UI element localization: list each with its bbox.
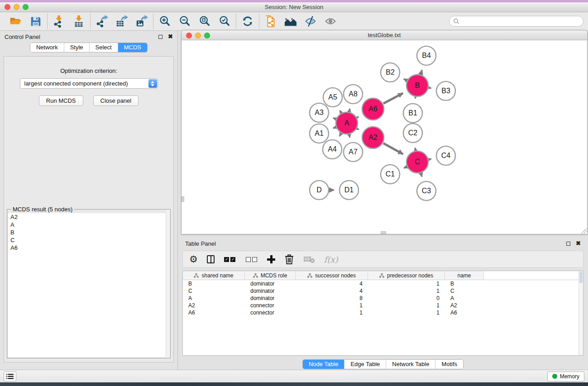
zoom-out-icon[interactable] — [178, 14, 191, 28]
table-row[interactable]: Adominator80A — [183, 295, 583, 302]
table-scrollbar[interactable] — [578, 271, 583, 355]
graph-node-A1[interactable]: A1 — [310, 124, 329, 143]
close-panel-button[interactable]: Close panel — [93, 95, 139, 106]
graph-node-A7[interactable]: A7 — [344, 143, 363, 162]
zoom-in-icon[interactable] — [158, 14, 172, 28]
graph-node-B3[interactable]: B3 — [436, 81, 455, 100]
mcds-result-list[interactable]: A2ABCA6 — [8, 213, 169, 357]
graph-edge-A-A5[interactable] — [340, 110, 341, 113]
graph-node-C3[interactable]: C3 — [417, 181, 436, 200]
refresh-icon[interactable] — [241, 14, 254, 28]
delete-column-icon[interactable] — [284, 253, 294, 265]
import-table-icon[interactable] — [72, 14, 86, 28]
graph-node-B1[interactable]: B1 — [403, 104, 422, 123]
column-header-shared-name[interactable]: shared name — [183, 271, 245, 280]
graph-node-C4[interactable]: C4 — [436, 146, 455, 165]
close-table-panel-icon[interactable]: ✖ — [576, 241, 581, 246]
graph-edge-A-A1[interactable] — [333, 127, 336, 128]
result-item-b[interactable]: B — [8, 229, 169, 236]
export-image-icon[interactable] — [135, 14, 148, 28]
graph-node-A5[interactable]: A5 — [323, 88, 342, 107]
graph-node-A4[interactable]: A4 — [323, 140, 342, 159]
table-row[interactable]: A6connector11A6 — [183, 309, 583, 316]
result-item-c[interactable]: C — [8, 236, 169, 244]
export-network-icon[interactable] — [95, 14, 109, 28]
criterion-select[interactable]: largest connected component (directed) — [20, 78, 158, 89]
table-row[interactable]: A2connector11A2 — [183, 302, 583, 309]
graph-edge-A-A6[interactable] — [357, 117, 359, 118]
run-mcds-button[interactable]: Run MCDS — [39, 95, 83, 106]
window-resize-handle[interactable] — [581, 228, 587, 234]
graph-edge-B-B2[interactable] — [404, 79, 407, 80]
tab-network[interactable]: Network — [30, 43, 64, 52]
result-scrollbar[interactable] — [166, 210, 170, 358]
canvas-bottom-handle[interactable] — [381, 231, 386, 234]
select-all-rows-icon[interactable]: ✓✓ — [224, 253, 236, 265]
float-panel-icon[interactable] — [158, 35, 163, 39]
graph-node-B[interactable]: B — [406, 75, 428, 96]
graph-edge-C-C3[interactable] — [421, 173, 422, 177]
zoom-fit-icon[interactable] — [198, 14, 211, 28]
graph-edge-A6-B[interactable] — [383, 93, 403, 104]
network-canvas[interactable]: A5A8A6A3AA1A2A4A7B4B2BB3B1C2C4CC1C3DD1 — [182, 40, 587, 234]
float-table-panel-icon[interactable] — [566, 242, 570, 246]
graph-node-C[interactable]: C — [406, 151, 428, 173]
add-column-icon[interactable] — [267, 253, 275, 265]
result-item-a6[interactable]: A6 — [8, 244, 169, 252]
export-table-icon[interactable] — [115, 14, 129, 28]
graph-node-C2[interactable]: C2 — [403, 124, 422, 143]
graph-node-A8[interactable]: A8 — [344, 85, 363, 104]
graph-edge-A-A4[interactable] — [339, 133, 341, 136]
tab-mcds[interactable]: MCDS — [118, 43, 147, 52]
memory-button[interactable]: Memory — [547, 372, 584, 381]
graph-node-D[interactable]: D — [310, 181, 329, 200]
canvas-left-handle[interactable] — [182, 196, 184, 202]
search-box[interactable] — [449, 16, 583, 27]
tab-node-table[interactable]: Node Table — [303, 360, 344, 369]
result-item-a[interactable]: A — [8, 221, 169, 229]
graph-edge-C-C1[interactable] — [404, 167, 406, 168]
search-input[interactable] — [459, 18, 579, 24]
graph-node-B2[interactable]: B2 — [381, 63, 400, 82]
open-session-icon[interactable] — [9, 14, 23, 28]
hide-selected-icon[interactable] — [304, 14, 317, 28]
network-file-icon[interactable] — [264, 14, 277, 28]
column-header-successor-nodes[interactable]: successor nodes — [296, 271, 368, 280]
graph-edge-B-B3[interactable] — [429, 88, 431, 88]
tab-style[interactable]: Style — [64, 43, 89, 52]
graph-edge-A-A2[interactable] — [357, 129, 359, 130]
column-header-name[interactable]: name — [445, 271, 484, 280]
table-row[interactable]: Bdominator41B — [183, 280, 583, 287]
column-header-MCDS-role[interactable]: MCDS role — [245, 271, 296, 280]
graph-edge-C-C2[interactable] — [415, 148, 416, 151]
graph-node-A2[interactable]: A2 — [362, 127, 384, 148]
table-row[interactable]: Cdominator41C — [183, 287, 583, 295]
tab-motifs[interactable]: Motifs — [435, 360, 463, 369]
graph-edge-C-C4[interactable] — [429, 159, 431, 159]
import-network-icon[interactable] — [52, 14, 66, 28]
task-history-button[interactable] — [4, 372, 16, 381]
column-header-predecessor-nodes[interactable]: predecessor nodes — [368, 271, 445, 280]
tab-select[interactable]: Select — [89, 43, 118, 52]
tab-network-table[interactable]: Network Table — [386, 360, 435, 369]
graph-node-B4[interactable]: B4 — [417, 46, 436, 65]
result-item-a2[interactable]: A2 — [8, 213, 169, 221]
graph-node-C1[interactable]: C1 — [381, 165, 400, 184]
close-panel-icon[interactable]: ✖ — [168, 34, 173, 39]
save-session-icon[interactable] — [29, 14, 43, 28]
deselect-all-rows-icon[interactable] — [245, 253, 258, 265]
graph-edge-A2-C[interactable] — [383, 143, 403, 154]
graph-edge-A-A3[interactable] — [333, 118, 336, 119]
zoom-selected-icon[interactable] — [218, 14, 231, 28]
table-settings-icon[interactable]: ⚙ — [189, 253, 198, 265]
graph-node-A6[interactable]: A6 — [362, 98, 384, 120]
graph-node-A[interactable]: A — [336, 112, 358, 134]
graph-edge-B-B4[interactable] — [421, 70, 422, 75]
graph-node-D1[interactable]: D1 — [339, 181, 359, 200]
home-view-icon[interactable] — [284, 14, 297, 28]
show-columns-icon[interactable] — [207, 253, 215, 265]
tab-edge-table[interactable]: Edge Table — [344, 360, 386, 369]
graph-edge-A-A8[interactable] — [349, 109, 350, 111]
show-all-icon[interactable] — [324, 14, 337, 28]
graph-node-A3[interactable]: A3 — [310, 103, 329, 122]
